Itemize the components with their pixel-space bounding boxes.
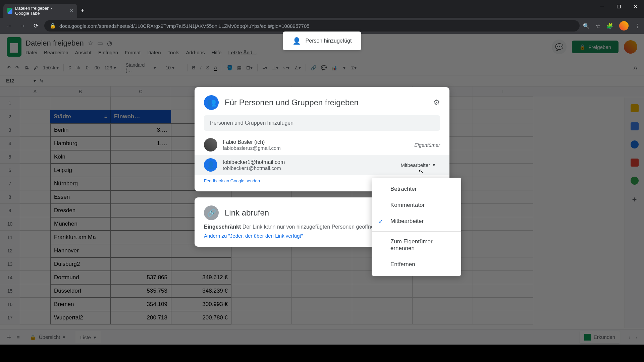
back-button[interactable]: ← xyxy=(4,22,14,29)
browser-tab-bar: Dateien freigeben - Google Tabe × + ─ ❐ … xyxy=(0,0,644,18)
link-icon: 🔗 xyxy=(204,205,219,220)
zoom-icon[interactable]: 🔍 xyxy=(583,23,590,29)
person-row-editor: 👤 tobibecker1@hotmail.com tobibecker1@ho… xyxy=(195,155,449,175)
chevron-down-icon: ▾ xyxy=(433,162,435,168)
role-option-editor[interactable]: Mitbearbeiter xyxy=(372,213,461,229)
close-tab-icon[interactable]: × xyxy=(70,8,73,14)
person-name: tobibecker1@hotmail.com xyxy=(223,159,390,165)
extensions-icon[interactable]: 🧩 xyxy=(606,23,613,29)
window-controls: ─ ❐ ✕ xyxy=(594,0,644,18)
menu-divider xyxy=(372,231,461,232)
avatar: 👤 xyxy=(204,158,217,172)
tab-title: Dateien freigeben - Google Tabe xyxy=(15,6,67,16)
person-name: Fabio Basler (ich) xyxy=(223,139,409,145)
browser-tab[interactable]: Dateien freigeben - Google Tabe × xyxy=(3,4,77,18)
sheets-favicon xyxy=(7,8,12,14)
add-people-input[interactable]: Personen und Gruppen hinzufügen xyxy=(204,115,440,131)
toast-message: Person hinzugefügt xyxy=(306,38,352,44)
people-icon: 👥 xyxy=(204,95,219,110)
url-text: docs.google.com/spreadsheets/d/1L0CRXrgx… xyxy=(59,23,310,29)
close-window-button[interactable]: ✕ xyxy=(627,0,644,13)
minimize-button[interactable]: ─ xyxy=(594,0,610,13)
gear-icon[interactable]: ⚙ xyxy=(433,98,440,107)
star-icon[interactable]: ☆ xyxy=(596,23,600,29)
get-link-title: Link abrufen xyxy=(225,208,269,218)
maximize-button[interactable]: ❐ xyxy=(610,0,627,13)
person-email: fabiobaslerus@gmail.com xyxy=(223,145,409,151)
person-email: tobibecker1@hotmail.com xyxy=(223,165,390,171)
person-row-owner: Fabio Basler (ich) fabiobaslerus@gmail.c… xyxy=(195,135,449,155)
profile-avatar[interactable] xyxy=(619,21,629,31)
share-dialog-title: Für Personen und Gruppen freigeben xyxy=(225,98,359,107)
lock-icon: 🔒 xyxy=(50,23,56,29)
person-add-icon: 👤 xyxy=(292,37,301,45)
menu-icon[interactable]: ⋮ xyxy=(635,23,640,29)
role-option-commenter[interactable]: Kommentator xyxy=(372,197,461,213)
role-option-viewer[interactable]: Betrachter xyxy=(372,181,461,197)
new-tab-button[interactable]: + xyxy=(77,3,88,18)
avatar xyxy=(204,138,217,152)
url-field[interactable]: 🔒 docs.google.com/spreadsheets/d/1L0CRXr… xyxy=(44,20,580,32)
role-option-remove[interactable]: Entfernen xyxy=(372,256,461,273)
reload-button[interactable]: ⟳ xyxy=(31,22,41,29)
role-dropdown-menu: Betrachter Kommentator Mitbearbeiter Zum… xyxy=(372,178,461,276)
owner-label: Eigentümer xyxy=(414,142,440,148)
toast-notification: 👤 Person hinzugefügt xyxy=(283,32,361,50)
role-option-make-owner[interactable]: Zum Eigentümer ernennen xyxy=(372,234,461,256)
forward-button[interactable]: → xyxy=(17,22,28,29)
